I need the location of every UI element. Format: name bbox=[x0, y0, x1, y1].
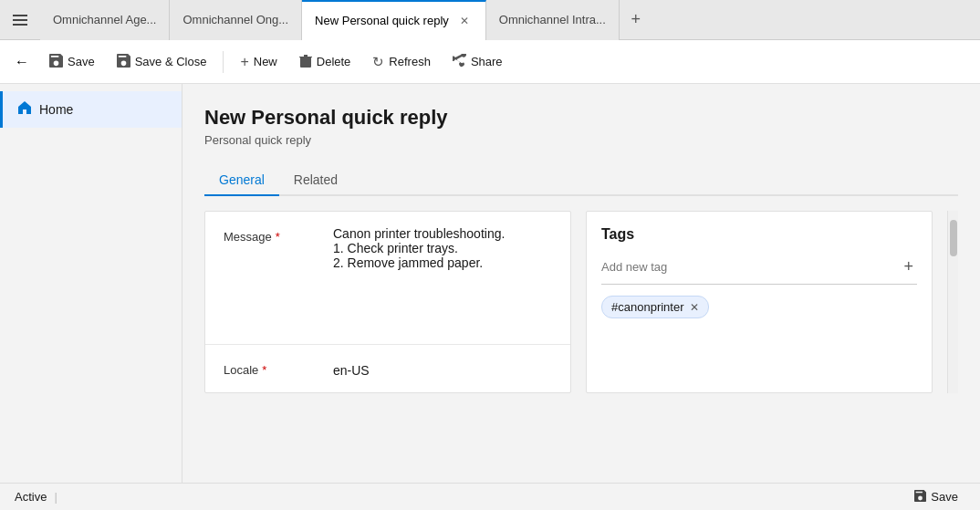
page-subtitle: Personal quick reply bbox=[204, 133, 958, 147]
hamburger-button[interactable] bbox=[0, 0, 40, 40]
form-content: Message* Canon printer troubleshooting. … bbox=[204, 211, 958, 393]
scroll-bar[interactable] bbox=[947, 211, 958, 393]
locale-value: en-US bbox=[333, 359, 552, 378]
back-button[interactable]: ← bbox=[7, 47, 36, 77]
share-label: Share bbox=[471, 55, 503, 68]
toolbar: ← Save Save & Close + New Delete ↻ Refre… bbox=[0, 40, 980, 84]
status-save-label: Save bbox=[931, 490, 958, 504]
refresh-button[interactable]: ↻ Refresh bbox=[363, 48, 440, 76]
tab-label: Omnichannel Intra... bbox=[499, 13, 606, 26]
scroll-thumb bbox=[950, 220, 957, 256]
svg-rect-0 bbox=[13, 15, 27, 16]
tag-label: #canonprinter bbox=[611, 300, 684, 314]
tab-omnichannel-age[interactable]: Omnichannel Age... bbox=[40, 0, 170, 40]
delete-button[interactable]: Delete bbox=[290, 48, 360, 76]
tab-related[interactable]: Related bbox=[279, 165, 352, 196]
locale-field: en-US bbox=[333, 359, 552, 378]
remove-tag-button[interactable]: ✕ bbox=[690, 302, 699, 313]
tab-general[interactable]: General bbox=[204, 165, 279, 196]
refresh-icon: ↻ bbox=[372, 54, 384, 70]
required-indicator: * bbox=[276, 230, 280, 244]
home-icon bbox=[17, 100, 32, 119]
save-label: Save bbox=[68, 55, 95, 68]
tab-new-personal-quick-reply[interactable]: New Personal quick reply ✕ bbox=[302, 0, 486, 40]
content-area: New Personal quick reply Personal quick … bbox=[182, 84, 980, 483]
separator bbox=[223, 51, 224, 73]
tab-omnichannel-intra[interactable]: Omnichannel Intra... bbox=[486, 0, 620, 40]
save-close-icon bbox=[117, 54, 130, 70]
tags-input-row: + bbox=[601, 257, 917, 285]
status-separator: | bbox=[54, 490, 57, 504]
sidebar-item-home[interactable]: Home bbox=[0, 91, 182, 128]
tab-label: New Personal quick reply bbox=[315, 14, 449, 27]
main-layout: Home New Personal quick reply Personal q… bbox=[0, 84, 980, 483]
share-button[interactable]: Share bbox=[443, 48, 512, 76]
active-status: Active bbox=[15, 490, 47, 504]
svg-rect-1 bbox=[13, 19, 27, 21]
tab-omnichannel-ong[interactable]: Omnichannel Ong... bbox=[170, 0, 302, 40]
sidebar: Home bbox=[0, 84, 182, 483]
share-icon bbox=[453, 54, 466, 70]
message-row: Message* Canon printer troubleshooting. … bbox=[205, 212, 570, 345]
message-field: Canon printer troubleshooting. 1. Check … bbox=[333, 226, 552, 329]
tags-input[interactable] bbox=[601, 260, 900, 274]
locale-row: Locale* en-US bbox=[205, 345, 570, 392]
locale-label: Locale* bbox=[224, 359, 333, 377]
tab-label: Omnichannel Ong... bbox=[182, 13, 288, 26]
close-icon[interactable]: ✕ bbox=[456, 13, 473, 29]
tab-label: Omnichannel Age... bbox=[53, 13, 156, 26]
new-button[interactable]: + New bbox=[231, 48, 286, 76]
save-icon bbox=[49, 54, 63, 70]
add-tag-button[interactable]: + bbox=[900, 257, 917, 276]
status-save-button[interactable]: Save bbox=[907, 486, 965, 508]
tags-list: #canonprinter ✕ bbox=[601, 296, 917, 318]
new-icon: + bbox=[240, 54, 248, 70]
tab-bar: Omnichannel Age... Omnichannel Ong... Ne… bbox=[0, 0, 980, 40]
svg-rect-2 bbox=[13, 24, 27, 26]
save-close-label: Save & Close bbox=[135, 55, 207, 68]
form-left-panel: Message* Canon printer troubleshooting. … bbox=[204, 211, 571, 393]
status-bar: Active | Save bbox=[0, 483, 980, 510]
sidebar-home-label: Home bbox=[39, 102, 73, 117]
form-tabs: General Related bbox=[204, 165, 958, 196]
save-icon-status bbox=[914, 490, 926, 505]
delete-icon bbox=[299, 54, 312, 70]
status-left: Active | bbox=[15, 490, 57, 504]
page-title: New Personal quick reply bbox=[204, 106, 958, 130]
delete-label: Delete bbox=[317, 55, 351, 68]
required-indicator: * bbox=[262, 363, 266, 377]
new-label: New bbox=[254, 55, 277, 68]
tags-panel: Tags + #canonprinter ✕ bbox=[586, 211, 933, 393]
save-close-button[interactable]: Save & Close bbox=[108, 48, 216, 76]
add-tab-button[interactable]: + bbox=[620, 0, 652, 40]
message-label: Message* bbox=[224, 226, 333, 244]
tags-title: Tags bbox=[601, 226, 917, 243]
refresh-label: Refresh bbox=[389, 55, 431, 68]
list-item: #canonprinter ✕ bbox=[601, 296, 709, 318]
save-button[interactable]: Save bbox=[40, 48, 104, 76]
message-input[interactable]: Canon printer troubleshooting. 1. Check … bbox=[333, 226, 552, 327]
